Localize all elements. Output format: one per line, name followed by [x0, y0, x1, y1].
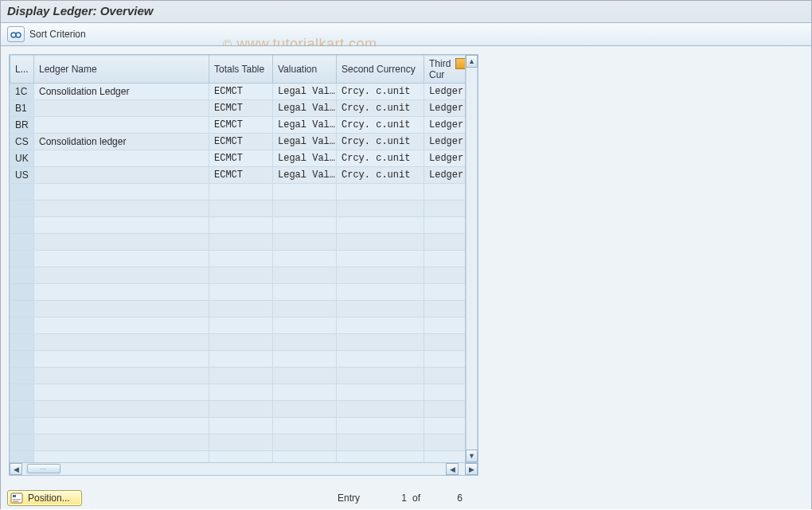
cell-code[interactable]: BR [10, 117, 34, 134]
vertical-scrollbar[interactable]: ▲ ▼ [465, 55, 478, 462]
cell-empty[interactable] [34, 184, 209, 200]
cell-code[interactable]: CS [10, 134, 34, 150]
cell-empty[interactable] [424, 317, 466, 334]
cell-empty[interactable] [10, 184, 34, 200]
cell-third-currency[interactable]: Ledger c [424, 84, 466, 100]
cell-empty[interactable] [10, 351, 34, 368]
table-row-empty[interactable] [10, 434, 466, 451]
cell-valuation[interactable]: Legal Val… [273, 117, 337, 134]
scroll-track-h-right[interactable] [459, 463, 465, 475]
cell-empty[interactable] [424, 301, 466, 317]
cell-empty[interactable] [337, 217, 424, 234]
cell-valuation[interactable]: Legal Val… [273, 167, 337, 184]
cell-empty[interactable] [209, 301, 273, 317]
cell-empty[interactable] [209, 334, 273, 351]
cell-name[interactable] [34, 150, 209, 167]
cell-totals[interactable]: ECMCT [209, 150, 273, 167]
table-row-empty[interactable] [10, 267, 466, 284]
cell-empty[interactable] [273, 418, 337, 434]
scroll-track-h-left[interactable] [22, 463, 25, 475]
cell-empty[interactable] [10, 334, 34, 351]
cell-empty[interactable] [10, 451, 34, 463]
cell-empty[interactable] [209, 234, 273, 251]
cell-empty[interactable] [209, 267, 273, 284]
cell-empty[interactable] [337, 267, 424, 284]
cell-second-currency[interactable]: Crcy. c.unit [337, 134, 424, 150]
detail-view-button[interactable] [7, 26, 25, 42]
cell-empty[interactable] [34, 434, 209, 451]
cell-empty[interactable] [209, 184, 273, 200]
cell-valuation[interactable]: Legal Val… [273, 134, 337, 150]
cell-empty[interactable] [337, 334, 424, 351]
cell-empty[interactable] [209, 284, 273, 301]
cell-empty[interactable] [209, 451, 273, 463]
scroll-right-button[interactable]: ▶ [465, 463, 478, 475]
cell-empty[interactable] [424, 234, 466, 251]
cell-empty[interactable] [337, 368, 424, 384]
cell-empty[interactable] [273, 184, 337, 200]
table-row-empty[interactable] [10, 384, 466, 401]
cell-empty[interactable] [424, 284, 466, 301]
scroll-thumb-horizontal[interactable]: ⋯ [27, 464, 61, 473]
col-second-currency[interactable]: Second Currency [337, 56, 424, 84]
cell-empty[interactable] [10, 418, 34, 434]
cell-empty[interactable] [273, 317, 337, 334]
cell-empty[interactable] [273, 200, 337, 217]
cell-empty[interactable] [273, 368, 337, 384]
cell-empty[interactable] [337, 384, 424, 401]
cell-empty[interactable] [34, 200, 209, 217]
cell-totals[interactable]: ECMCT [209, 167, 273, 184]
cell-valuation[interactable]: Legal Val… [273, 84, 337, 100]
cell-second-currency[interactable]: Crcy. c.unit [337, 100, 424, 117]
table-row-empty[interactable] [10, 251, 466, 267]
cell-empty[interactable] [10, 200, 34, 217]
cell-empty[interactable] [337, 434, 424, 451]
cell-empty[interactable] [273, 284, 337, 301]
cell-empty[interactable] [273, 351, 337, 368]
cell-valuation[interactable]: Legal Val… [273, 150, 337, 167]
cell-empty[interactable] [10, 267, 34, 284]
configure-columns-icon[interactable] [455, 58, 465, 69]
cell-empty[interactable] [424, 267, 466, 284]
cell-third-currency[interactable]: Ledger c [424, 167, 466, 184]
cell-empty[interactable] [209, 200, 273, 217]
cell-empty[interactable] [424, 184, 466, 200]
cell-empty[interactable] [424, 217, 466, 234]
table-row[interactable]: BRECMCTLegal Val…Crcy. c.unitLedger c [10, 117, 466, 134]
scroll-left2-button[interactable]: ◀ [446, 463, 459, 475]
cell-empty[interactable] [337, 351, 424, 368]
table-row-empty[interactable] [10, 284, 466, 301]
cell-empty[interactable] [10, 301, 34, 317]
cell-empty[interactable] [209, 434, 273, 451]
cell-empty[interactable] [10, 434, 34, 451]
cell-empty[interactable] [34, 317, 209, 334]
cell-empty[interactable] [273, 217, 337, 234]
cell-name[interactable] [34, 117, 209, 134]
cell-empty[interactable] [209, 251, 273, 267]
cell-empty[interactable] [424, 451, 466, 463]
cell-second-currency[interactable]: Crcy. c.unit [337, 84, 424, 100]
cell-empty[interactable] [273, 301, 337, 317]
cell-empty[interactable] [337, 251, 424, 267]
cell-empty[interactable] [337, 418, 424, 434]
table-row[interactable]: UKECMCTLegal Val…Crcy. c.unitLedger c [10, 150, 466, 167]
cell-empty[interactable] [209, 418, 273, 434]
cell-empty[interactable] [424, 334, 466, 351]
cell-empty[interactable] [34, 301, 209, 317]
cell-empty[interactable] [273, 267, 337, 284]
table-row-empty[interactable] [10, 401, 466, 418]
cell-empty[interactable] [209, 401, 273, 418]
table-row-empty[interactable] [10, 217, 466, 234]
cell-empty[interactable] [273, 334, 337, 351]
cell-empty[interactable] [10, 368, 34, 384]
cell-empty[interactable] [10, 317, 34, 334]
table-row-empty[interactable] [10, 418, 466, 434]
cell-empty[interactable] [337, 284, 424, 301]
cell-empty[interactable] [10, 234, 34, 251]
cell-empty[interactable] [34, 251, 209, 267]
cell-empty[interactable] [34, 234, 209, 251]
cell-valuation[interactable]: Legal Val… [273, 100, 337, 117]
cell-empty[interactable] [34, 284, 209, 301]
table-row-empty[interactable] [10, 334, 466, 351]
cell-empty[interactable] [34, 401, 209, 418]
